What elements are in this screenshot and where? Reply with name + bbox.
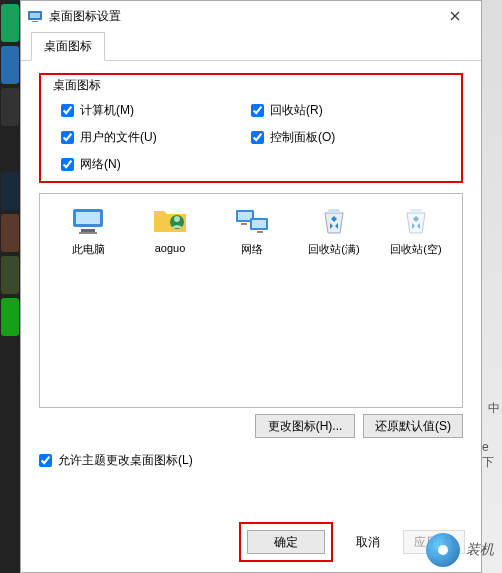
svg-rect-2 xyxy=(32,21,38,22)
desktop-taskbar xyxy=(0,0,20,573)
tab-desktop-icons[interactable]: 桌面图标 xyxy=(31,32,105,61)
check-computer-input[interactable] xyxy=(61,104,74,117)
dialog-title: 桌面图标设置 xyxy=(49,8,121,25)
icon-row: 此电脑 aoguo 网络 xyxy=(50,204,452,257)
check-network-input[interactable] xyxy=(61,158,74,171)
svg-rect-5 xyxy=(81,229,95,232)
icon-this-pc[interactable]: 此电脑 xyxy=(56,204,120,257)
desktop-icons-group-highlight: 桌面图标 计算机(M) 回收站(R) 用户的文件(U) 控制面板(O) xyxy=(39,73,463,183)
check-control-panel[interactable]: 控制面板(O) xyxy=(251,129,441,146)
desktop-icon-settings-dialog: 桌面图标设置 桌面图标 桌面图标 计算机(M) 回收站(R) 用户的文件(U xyxy=(20,0,482,573)
icon-preview-well: 此电脑 aoguo 网络 xyxy=(39,193,463,408)
check-control-panel-label: 控制面板(O) xyxy=(270,129,335,146)
icon-user-folder[interactable]: aoguo xyxy=(138,204,202,257)
check-network-label: 网络(N) xyxy=(80,156,121,173)
icon-buttons-row: 更改图标(H)... 还原默认值(S) xyxy=(39,414,463,438)
cancel-button[interactable]: 取消 xyxy=(343,530,393,554)
check-user-files[interactable]: 用户的文件(U) xyxy=(61,129,251,146)
checkbox-grid: 计算机(M) 回收站(R) 用户的文件(U) 控制面板(O) 网络(N) xyxy=(41,96,461,179)
check-recycle[interactable]: 回收站(R) xyxy=(251,102,441,119)
svg-point-8 xyxy=(174,216,180,222)
recycle-full-icon xyxy=(314,204,354,238)
allow-theme-check-input[interactable] xyxy=(39,454,52,467)
icon-network[interactable]: 网络 xyxy=(220,204,284,257)
icon-recycle-empty[interactable]: 回收站(空) xyxy=(384,204,448,257)
check-control-panel-input[interactable] xyxy=(251,131,264,144)
svg-rect-1 xyxy=(30,13,40,18)
restore-default-button[interactable]: 还原默认值(S) xyxy=(363,414,463,438)
svg-rect-14 xyxy=(257,231,263,233)
icon-recycle-empty-label: 回收站(空) xyxy=(390,243,441,255)
network-icon xyxy=(232,204,272,238)
user-folder-icon xyxy=(150,204,190,238)
icon-recycle-full[interactable]: 回收站(满) xyxy=(302,204,366,257)
svg-rect-4 xyxy=(76,212,100,224)
icon-this-pc-label: 此电脑 xyxy=(72,243,105,255)
icon-recycle-full-label: 回收站(满) xyxy=(308,243,359,255)
group-label: 桌面图标 xyxy=(49,77,105,94)
ok-button-highlight: 确定 xyxy=(239,522,333,562)
check-computer-label: 计算机(M) xyxy=(80,102,134,119)
svg-rect-12 xyxy=(252,220,266,228)
allow-theme-check[interactable]: 允许主题更改桌面图标(L) xyxy=(39,452,463,469)
check-recycle-label: 回收站(R) xyxy=(270,102,323,119)
allow-theme-check-label: 允许主题更改桌面图标(L) xyxy=(58,452,193,469)
check-user-files-input[interactable] xyxy=(61,131,74,144)
icon-user-folder-label: aoguo xyxy=(155,242,186,254)
icon-network-label: 网络 xyxy=(241,243,263,255)
check-computer[interactable]: 计算机(M) xyxy=(61,102,251,119)
close-button[interactable] xyxy=(435,2,475,30)
check-recycle-input[interactable] xyxy=(251,104,264,117)
tab-strip: 桌面图标 xyxy=(21,31,481,60)
apply-button[interactable]: 应用(A) xyxy=(403,530,465,554)
dialog-buttons: 确定 取消 应用(A) xyxy=(239,522,465,562)
change-icon-button[interactable]: 更改图标(H)... xyxy=(255,414,355,438)
dialog-icon xyxy=(27,8,43,24)
dialog-content: 桌面图标 计算机(M) 回收站(R) 用户的文件(U) 控制面板(O) xyxy=(21,60,481,481)
this-pc-icon xyxy=(68,204,108,238)
svg-rect-10 xyxy=(238,212,252,220)
bg-text-2: e 下 xyxy=(482,440,500,471)
bg-text-1: 中 xyxy=(488,400,500,417)
check-network[interactable]: 网络(N) xyxy=(61,156,251,173)
check-user-files-label: 用户的文件(U) xyxy=(80,129,157,146)
recycle-empty-icon xyxy=(396,204,436,238)
titlebar: 桌面图标设置 xyxy=(21,1,481,31)
ok-button[interactable]: 确定 xyxy=(247,530,325,554)
svg-rect-13 xyxy=(241,223,247,225)
background-strip: 中 e 下 xyxy=(482,0,502,573)
svg-rect-6 xyxy=(79,232,97,234)
